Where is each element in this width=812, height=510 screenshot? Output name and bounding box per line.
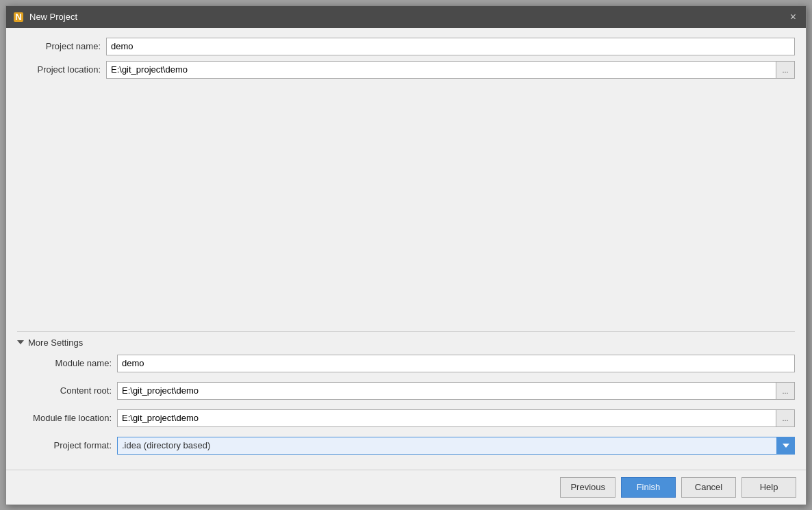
project-location-label: Project location: (17, 64, 106, 75)
project-location-row: Project location: ... (17, 61, 795, 79)
content-root-label: Content root: (28, 385, 117, 396)
project-format-row: Project format: .idea (directory based) (28, 437, 795, 455)
project-location-input[interactable] (106, 61, 776, 79)
more-settings-label: More Settings (28, 337, 83, 348)
module-name-row: Module name: (28, 355, 795, 372)
project-name-label: Project name: (17, 41, 106, 51)
dialog-footer: Previous Finish Cancel Help (6, 470, 806, 505)
more-settings-section: More Settings Module name: Content root:… (17, 331, 795, 460)
help-button[interactable]: Help (741, 477, 796, 498)
project-name-row: Project name: (17, 38, 795, 55)
dialog-title: New Project (29, 12, 77, 22)
finish-button[interactable]: Finish (621, 477, 676, 498)
module-name-input[interactable] (117, 355, 795, 372)
dialog-body: Project name: Project location: ... More… (6, 28, 806, 470)
title-bar: N New Project × (6, 6, 806, 28)
project-format-label: Project format: (28, 440, 117, 450)
app-icon: N (13, 12, 24, 23)
project-format-select[interactable]: .idea (directory based) (117, 437, 777, 455)
module-file-location-field: ... (117, 409, 795, 427)
title-bar-left: N New Project (13, 12, 77, 23)
project-location-field: ... (106, 61, 795, 79)
module-file-location-input[interactable] (117, 409, 776, 427)
module-file-location-browse-button[interactable]: ... (776, 409, 795, 427)
close-button[interactable]: × (787, 10, 799, 24)
more-settings-header[interactable]: More Settings (17, 331, 795, 348)
project-name-input[interactable] (106, 38, 795, 55)
module-file-location-row: Module file location: ... (28, 409, 795, 427)
content-root-row: Content root: ... (28, 382, 795, 400)
project-format-dropdown-button[interactable] (777, 437, 795, 455)
content-root-browse-button[interactable]: ... (776, 382, 795, 400)
cancel-button[interactable]: Cancel (681, 477, 736, 498)
project-location-browse-button[interactable]: ... (776, 61, 795, 79)
dropdown-arrow-icon (783, 444, 789, 448)
content-root-input[interactable] (117, 382, 776, 400)
svg-text:N: N (15, 12, 21, 22)
more-settings-content: Module name: Content root: ... Module fi… (17, 355, 795, 460)
new-project-dialog: N New Project × Project name: Project lo… (5, 5, 807, 505)
project-format-field: .idea (directory based) (117, 437, 795, 455)
previous-button[interactable]: Previous (560, 477, 616, 498)
content-root-field: ... (117, 382, 795, 400)
expand-triangle-icon (17, 340, 24, 344)
module-name-label: Module name: (28, 358, 117, 368)
body-spacer (17, 84, 795, 331)
module-file-location-label: Module file location: (28, 413, 117, 423)
